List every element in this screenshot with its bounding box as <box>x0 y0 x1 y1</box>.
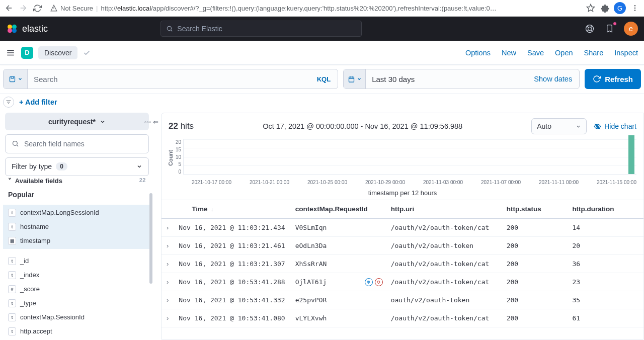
field-item[interactable]: tcontextMap.SessionId <box>3 310 151 324</box>
date-box: Last 30 days Show dates <box>343 69 580 89</box>
cell-reqid: XhSsRrAN <box>290 255 386 273</box>
chart-area[interactable] <box>183 139 636 175</box>
newsfeed-icon[interactable] <box>604 23 616 35</box>
expand-row-icon[interactable]: › <box>162 255 174 273</box>
hide-chart-button[interactable]: Hide chart <box>594 122 636 130</box>
disk-icon <box>9 75 16 83</box>
query-row: Search KQL Last 30 days Show dates Refre… <box>0 65 644 94</box>
notification-dot-icon <box>613 22 617 26</box>
browser-menu-icon[interactable] <box>630 3 640 13</box>
date-range-text[interactable]: Last 30 days <box>366 75 527 83</box>
expand-row-icon[interactable]: › <box>162 218 174 237</box>
global-search[interactable]: Search Elastic <box>160 21 362 37</box>
field-item[interactable]: tcontextMap.LongSessionId <box>3 206 151 220</box>
link-share[interactable]: Share <box>584 49 604 57</box>
index-pattern-select[interactable]: curityrequest* <box>5 113 149 130</box>
field-type-icon: t <box>8 313 16 321</box>
cell-time: Nov 16, 2021 @ 10:53:41.080 <box>174 309 290 327</box>
field-item[interactable]: thttp.accept <box>3 324 151 338</box>
link-inspect[interactable]: Inspect <box>614 49 638 57</box>
field-item[interactable]: #_score <box>3 282 151 296</box>
table-row[interactable]: › Nov 16, 2021 @ 11:03:21.307 XhSsRrAN /… <box>162 255 643 273</box>
field-type-icon: ▦ <box>8 237 16 245</box>
link-open[interactable]: Open <box>555 49 573 57</box>
sidebar: curityrequest* ◦◦◦ ⇐ Search field names … <box>0 113 154 339</box>
back-icon[interactable] <box>4 3 14 13</box>
table-row[interactable]: › Nov 16, 2021 @ 10:53:41.288 OjlAT61j⊕⊖… <box>162 273 643 291</box>
add-filter-button[interactable]: + Add filter <box>19 98 57 106</box>
filter-type-select[interactable]: Filter by type0 <box>5 157 149 176</box>
cell-status: 200 <box>502 309 568 327</box>
chevron-down-icon <box>18 76 23 81</box>
cell-uri: /oauth/v2/oauth-token/cat <box>386 218 502 237</box>
cell-uri: /oauth/v2/oauth-token/cat <box>386 309 502 327</box>
check-icon <box>83 49 91 57</box>
field-search-input[interactable]: Search field names <box>5 134 149 153</box>
saved-query-button[interactable] <box>4 69 28 89</box>
cell-duration: 23 <box>567 273 643 291</box>
svg-point-1 <box>634 5 636 7</box>
link-save[interactable]: Save <box>527 49 544 57</box>
help-icon[interactable] <box>584 23 596 35</box>
link-new[interactable]: New <box>502 49 516 57</box>
cell-time: Nov 16, 2021 @ 10:53:41.288 <box>174 273 290 291</box>
breadcrumb-discover[interactable]: Discover <box>38 46 77 59</box>
star-icon[interactable] <box>586 3 596 13</box>
svg-marker-0 <box>587 5 595 12</box>
field-item[interactable]: ▦timestamp <box>3 234 151 248</box>
svg-point-9 <box>586 25 593 33</box>
expand-row-icon[interactable]: › <box>162 291 174 309</box>
popular-field-list: tcontextMap.LongSessionIdthostname▦times… <box>3 205 151 249</box>
browser-avatar[interactable]: G <box>614 2 626 14</box>
link-options[interactable]: Options <box>465 49 491 57</box>
cell-status: 200 <box>502 218 568 237</box>
svg-point-8 <box>168 26 172 30</box>
col-status[interactable]: http.status <box>502 200 568 219</box>
y-axis-label: Count <box>168 150 174 166</box>
col-reqid[interactable]: contextMap.RequestId <box>290 200 386 219</box>
col-duration[interactable]: http.duration <box>567 200 643 219</box>
show-dates-link[interactable]: Show dates <box>527 75 579 83</box>
refresh-button[interactable]: Refresh <box>585 69 641 89</box>
browser-chrome: Not Secure | http://elastic.local/app/di… <box>0 0 644 17</box>
expand-row-icon[interactable]: › <box>162 273 174 291</box>
table-row[interactable]: › Nov 16, 2021 @ 11:03:21.434 V0SLmIqn /… <box>162 218 643 237</box>
field-name: contextMap.LongSessionId <box>20 209 99 216</box>
filter-out-icon[interactable]: ⊖ <box>375 278 383 286</box>
col-uri[interactable]: http.uri <box>386 200 502 219</box>
expand-row-icon[interactable]: › <box>162 309 174 327</box>
field-type-icon: t <box>8 209 16 217</box>
field-item[interactable]: t_type <box>3 296 151 310</box>
sidebar-handles[interactable]: ◦◦◦ ⇐ <box>144 118 158 126</box>
elastic-logo[interactable]: elastic <box>6 23 48 35</box>
nav-toggle-icon[interactable] <box>6 48 16 57</box>
field-item[interactable]: thostname <box>3 220 151 234</box>
user-avatar[interactable]: e <box>624 22 638 36</box>
results-table: Time ↓ contextMap.RequestId http.uri htt… <box>162 200 643 327</box>
interval-select[interactable]: Auto <box>531 118 587 134</box>
extensions-icon[interactable] <box>600 3 610 13</box>
date-picker-button[interactable] <box>344 69 366 89</box>
cell-status: 200 <box>502 291 568 309</box>
sidebar-scrollbar[interactable] <box>149 193 152 284</box>
field-item[interactable]: t_id <box>3 254 151 268</box>
url-bar[interactable]: Not Secure | http://elastic.local/app/di… <box>46 5 582 12</box>
table-row[interactable]: › Nov 16, 2021 @ 10:53:41.080 vLYLXvwh /… <box>162 309 643 327</box>
expand-row-icon[interactable]: › <box>162 237 174 255</box>
filter-row: + Add filter <box>0 94 644 113</box>
hits-count: 22 hits <box>169 121 194 131</box>
col-time[interactable]: Time ↓ <box>174 200 290 219</box>
app-badge[interactable]: D <box>21 47 33 59</box>
histogram-chart: Count 20151050 <box>162 139 643 179</box>
filter-for-icon[interactable]: ⊕ <box>365 278 373 286</box>
filter-options-icon[interactable] <box>3 97 14 108</box>
svg-point-6 <box>8 28 12 33</box>
query-input[interactable]: Search <box>28 75 310 83</box>
table-row[interactable]: › Nov 16, 2021 @ 11:03:21.461 eOdLn3Da /… <box>162 237 643 255</box>
svg-rect-12 <box>349 77 354 82</box>
query-lang-toggle[interactable]: KQL <box>310 75 338 83</box>
forward-icon[interactable] <box>18 3 28 13</box>
table-row[interactable]: › Nov 16, 2021 @ 10:53:41.332 e25pvPOR o… <box>162 291 643 309</box>
reload-icon[interactable] <box>32 3 42 13</box>
field-item[interactable]: t_index <box>3 268 151 282</box>
